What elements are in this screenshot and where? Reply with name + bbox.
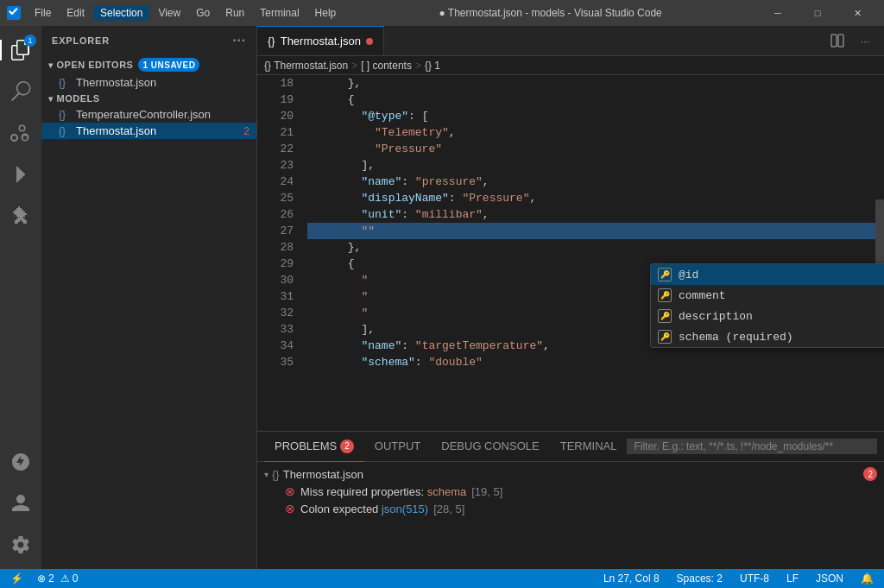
- activity-search[interactable]: [0, 71, 41, 112]
- autocomplete-item-3[interactable]: 🔑 schema (required): [651, 326, 884, 347]
- editor-area: {} Thermostat.json ··· {} Thermostat.jso…: [257, 26, 884, 569]
- activity-run[interactable]: [0, 154, 41, 195]
- line-19: {: [307, 92, 877, 108]
- error-icon-0: ⊗: [285, 484, 295, 498]
- menu-view[interactable]: View: [151, 5, 187, 21]
- line-28: },: [307, 239, 877, 256]
- explorer-badge: 1: [24, 35, 36, 47]
- panel-file-icon: {}: [272, 468, 280, 481]
- language-mode[interactable]: JSON: [812, 572, 847, 585]
- panel-filename: Thermostat.json: [283, 468, 363, 481]
- activity-remote[interactable]: [0, 441, 41, 483]
- activity-settings[interactable]: [0, 524, 41, 566]
- autocomplete-dropdown: 🔑 @id 🔑 comment 🔑 description 🔑 schema (…: [650, 263, 884, 348]
- spaces-text: Spaces: 2: [677, 572, 723, 585]
- menu-go[interactable]: Go: [189, 5, 217, 21]
- minimize-button[interactable]: ─: [758, 0, 798, 26]
- activity-extensions[interactable]: [0, 195, 41, 237]
- eol[interactable]: LF: [783, 572, 802, 585]
- line-21: "Telemetry",: [307, 124, 877, 141]
- models-header[interactable]: ▾ MODELS: [41, 91, 256, 106]
- file-temperature-controller[interactable]: {} TemperatureController.json: [41, 106, 256, 123]
- status-bar: ⚡ ⊗ 2 ⚠ 0 Ln 27, Col 8 Spaces: 2 UTF-8 L…: [0, 569, 884, 588]
- maximize-button[interactable]: □: [798, 0, 837, 26]
- line-22: "Pressure": [307, 141, 877, 157]
- warning-triangle-icon: ⚠: [60, 572, 70, 585]
- close-button[interactable]: ✕: [837, 0, 877, 26]
- menu-help[interactable]: Help: [308, 5, 344, 21]
- open-editor-thermostat[interactable]: {} Thermostat.json: [41, 74, 256, 91]
- svg-rect-1: [838, 35, 843, 47]
- window-title: ● Thermostat.json - models - Visual Stud…: [343, 7, 758, 19]
- svg-rect-0: [831, 35, 837, 47]
- encoding[interactable]: UTF-8: [736, 572, 773, 585]
- editor-scrollbar[interactable]: [875, 75, 884, 431]
- tc-json-icon: {}: [59, 109, 71, 121]
- panel-section-header[interactable]: ▾ {} Thermostat.json 2: [257, 465, 884, 483]
- panel-tab-problems[interactable]: PROBLEMS 2: [264, 432, 364, 462]
- activity-accounts[interactable]: [0, 483, 41, 524]
- tab-bar: {} Thermostat.json ···: [257, 26, 884, 56]
- menu-run[interactable]: Run: [218, 5, 251, 21]
- titlebar-menu: File Edit Selection View Go Run Terminal…: [28, 5, 343, 21]
- error-item-0[interactable]: ⊗ Miss required properties: schema [19, …: [257, 483, 884, 500]
- tab-thermostat[interactable]: {} Thermostat.json: [257, 26, 384, 55]
- notifications[interactable]: 🔔: [857, 572, 877, 585]
- language-text: JSON: [816, 572, 843, 585]
- open-editors-chevron: ▾: [48, 60, 54, 70]
- breadcrumb-index[interactable]: {} 1: [425, 60, 440, 72]
- problems-badge: 2: [340, 439, 354, 453]
- breadcrumb-file[interactable]: {} Thermostat.json: [264, 60, 348, 72]
- panel-content: ▾ {} Thermostat.json 2 ⊗ Miss required p…: [257, 462, 884, 569]
- autocomplete-icon-3: 🔑: [658, 330, 672, 344]
- main-layout: 1 EXPLORER ··· ▾: [0, 26, 884, 569]
- menu-edit[interactable]: Edit: [60, 5, 92, 21]
- panel-tab-terminal[interactable]: TERMINAL: [550, 432, 628, 462]
- section-chevron-icon: ▾: [264, 470, 268, 479]
- error-text-0: Miss required properties: schema: [300, 485, 466, 498]
- line-27: "": [307, 223, 877, 239]
- file-thermostat[interactable]: {} Thermostat.json 2: [41, 123, 256, 139]
- error-icon-1: ⊗: [285, 502, 295, 515]
- vscode-icon: [7, 6, 21, 20]
- menu-file[interactable]: File: [28, 5, 58, 21]
- line-25: "displayName": "Pressure",: [307, 190, 877, 206]
- autocomplete-item-1[interactable]: 🔑 comment: [651, 285, 884, 306]
- autocomplete-item-0[interactable]: 🔑 @id: [651, 264, 884, 285]
- tc-filename: TemperatureController.json: [76, 108, 211, 121]
- position-text: Ln 27, Col 8: [603, 572, 660, 585]
- panel-tab-output[interactable]: OUTPUT: [364, 432, 431, 462]
- code-editor[interactable]: 18 19 20 21 22 23 24 25 26 27 28 29 30 3…: [257, 75, 884, 431]
- indentation[interactable]: Spaces: 2: [673, 572, 726, 585]
- t-json-icon: {}: [59, 125, 71, 137]
- activity-source-control[interactable]: [0, 112, 41, 154]
- panel-tab-debug-console[interactable]: DEBUG CONSOLE: [431, 432, 549, 462]
- cursor-position[interactable]: Ln 27, Col 8: [600, 572, 663, 585]
- autocomplete-item-2[interactable]: 🔑 description: [651, 306, 884, 326]
- remote-status[interactable]: ⚡: [7, 572, 27, 585]
- remote-icon: ⚡: [10, 572, 23, 585]
- open-editors-header[interactable]: ▾ OPEN EDITORS 1 UNSAVED: [41, 55, 256, 74]
- sidebar: EXPLORER ··· ▾ OPEN EDITORS 1 UNSAVED {}…: [41, 26, 257, 569]
- split-editor-button[interactable]: [825, 28, 849, 53]
- autocomplete-icon-0: 🔑: [658, 268, 672, 281]
- models-label: MODELS: [57, 93, 100, 104]
- menu-terminal[interactable]: Terminal: [253, 5, 306, 21]
- more-actions-button[interactable]: ···: [853, 28, 877, 53]
- explorer-title: EXPLORER: [52, 35, 110, 46]
- breadcrumb-contents[interactable]: [ ] contents: [361, 60, 412, 72]
- debug-console-label: DEBUG CONSOLE: [441, 439, 539, 452]
- activity-explorer[interactable]: 1: [0, 29, 41, 71]
- tab-name: Thermostat.json: [281, 35, 361, 47]
- errors-status[interactable]: ⊗ 2 ⚠ 0: [34, 572, 81, 585]
- autocomplete-label-3: schema (required): [679, 331, 793, 344]
- titlebar: File Edit Selection View Go Run Terminal…: [0, 0, 884, 26]
- menu-selection[interactable]: Selection: [93, 5, 149, 21]
- code-text[interactable]: }, { "@type": [ "Telemetry", "Pressure" …: [300, 75, 884, 431]
- sidebar-menu-button[interactable]: ···: [232, 33, 246, 48]
- error-item-1[interactable]: ⊗ Colon expected json(515) [28, 5]: [257, 500, 884, 517]
- panel-filter-input[interactable]: [627, 439, 877, 454]
- open-editor-filename: Thermostat.json: [76, 76, 156, 89]
- tab-controls: ···: [825, 26, 884, 55]
- error-location-1: [28, 5]: [433, 503, 464, 515]
